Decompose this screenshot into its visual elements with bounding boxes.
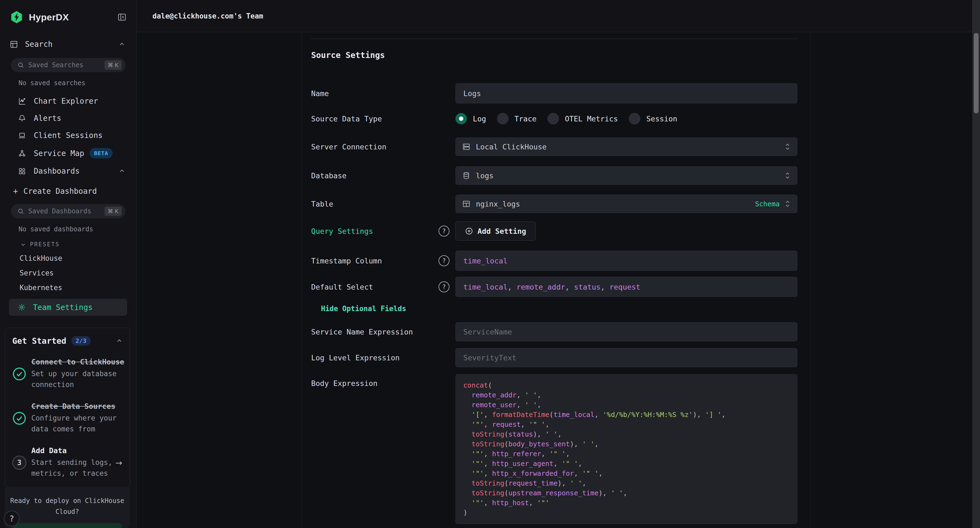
arrow-right-icon: → xyxy=(115,458,122,467)
radio-otel-metrics[interactable]: OTEL Metrics xyxy=(547,113,618,124)
laptop-icon xyxy=(18,132,26,140)
row-source-data-type: Source Data Type Log Trace OTEL Metri xyxy=(311,112,797,125)
row-server-connection: Server Connection Local ClickHouse xyxy=(311,137,797,156)
table-select[interactable]: nginx_logs Schema xyxy=(455,195,797,213)
row-log-level-expression: Log Level Expression xyxy=(311,348,797,367)
database-label: Database xyxy=(311,172,347,180)
row-body-expression: Body Expression concat( remote_addr, ' '… xyxy=(311,374,797,524)
help-button[interactable]: ? xyxy=(4,511,20,526)
saved-dashboards-input[interactable]: Saved Dashboards ⌘ K xyxy=(11,204,126,218)
radio-session[interactable]: Session xyxy=(629,113,677,124)
presets-header[interactable]: PRESETS xyxy=(20,241,136,248)
database-select[interactable]: logs xyxy=(455,166,797,185)
row-default-select: Default Select ? time_local, remote_addr… xyxy=(311,277,797,297)
scrollbar-track[interactable] xyxy=(972,0,980,528)
team-title: dale@clickhouse.com's Team xyxy=(153,12,263,20)
server-connection-select[interactable]: Local ClickHouse xyxy=(455,137,797,156)
create-dashboard-button[interactable]: + Create Dashboard xyxy=(13,186,126,196)
radio-log[interactable]: Log xyxy=(455,113,486,124)
default-select-input[interactable]: time_local, remote_addr, status, request xyxy=(455,277,797,297)
add-setting-button[interactable]: Add Setting xyxy=(455,221,536,240)
no-saved-dashboards-text: No saved dashboards xyxy=(19,225,136,233)
get-started-card: Get Started 2/3 Connect to ClickHouse Se… xyxy=(5,328,130,487)
row-timestamp-column: Timestamp Column ? time_local xyxy=(311,251,797,271)
clickhouse-cloud-promo: Ready to deploy on ClickHouse Cloud? Get… xyxy=(5,487,130,528)
name-input[interactable] xyxy=(455,83,797,103)
preset-clickhouse[interactable]: ClickHouse xyxy=(20,254,136,262)
get-started-step-connect[interactable]: Connect to ClickHouse Set up your databa… xyxy=(12,358,123,390)
magnifier-icon xyxy=(18,62,24,68)
chevron-updown-icon xyxy=(784,142,791,151)
brand-name: HyperDX xyxy=(29,12,117,22)
preset-services[interactable]: Services xyxy=(20,269,136,277)
chevron-up-icon[interactable] xyxy=(116,337,123,345)
log-level-expression-label: Log Level Expression xyxy=(311,353,399,362)
service-map-icon xyxy=(18,149,26,157)
timestamp-column-input[interactable]: time_local xyxy=(455,251,797,271)
hyperdx-logo-icon xyxy=(10,10,24,24)
search-section-icon xyxy=(10,40,18,48)
sidebar-item-service-map[interactable]: Service Map BETA xyxy=(18,148,126,158)
get-started-title: Get Started xyxy=(12,336,67,346)
chevron-updown-icon xyxy=(784,199,791,208)
saved-searches-input[interactable]: Saved Searches ⌘ K xyxy=(11,58,126,72)
check-circle-icon xyxy=(12,411,26,425)
timestamp-column-label: Timestamp Column xyxy=(311,257,382,265)
row-name: Name xyxy=(311,83,797,103)
magnifier-icon xyxy=(18,208,24,215)
radio-dot xyxy=(629,113,640,124)
row-database: Database logs xyxy=(311,166,797,185)
source-settings-form: Name Source Data Type Log xyxy=(302,83,810,524)
get-started-step-add-data[interactable]: 3 Add Data Start sending logs, metrics, … xyxy=(12,446,123,479)
get-started-step-sources[interactable]: Create Data Sources Configure where your… xyxy=(12,402,123,434)
sidebar-item-chart-explorer[interactable]: Chart Explorer xyxy=(18,97,126,106)
get-started-free-button[interactable]: Get Started for Free xyxy=(13,523,122,528)
chevron-up-icon[interactable] xyxy=(118,168,126,175)
schema-link[interactable]: Schema xyxy=(755,200,780,208)
body-expression-label: Body Expression xyxy=(311,379,377,388)
page-title: Source Settings xyxy=(311,50,810,60)
main-area: dale@clickhouse.com's Team Source Settin… xyxy=(137,0,980,528)
radio-dot xyxy=(547,113,559,124)
sidebar-item-client-sessions[interactable]: Client Sessions xyxy=(18,131,126,140)
service-name-expression-label: Service Name Expression xyxy=(311,328,413,336)
radio-dot xyxy=(497,113,509,124)
preset-kubernetes[interactable]: Kubernetes xyxy=(20,284,136,292)
radio-trace[interactable]: Trace xyxy=(497,113,536,124)
hide-optional-fields-button[interactable]: Hide Optional Fields xyxy=(321,305,406,313)
scrollbar-thumb[interactable] xyxy=(974,33,978,113)
sidebar-item-team-settings[interactable]: Team Settings xyxy=(9,299,127,316)
chevron-up-icon[interactable] xyxy=(118,41,126,48)
service-name-expression-input[interactable] xyxy=(455,322,797,341)
sidebar: HyperDX Search Saved Searches ⌘ K No xyxy=(0,0,137,528)
help-icon[interactable]: ? xyxy=(439,226,449,237)
chevron-down-icon xyxy=(20,242,26,247)
table-label: Table xyxy=(311,200,333,208)
bell-icon xyxy=(18,114,26,122)
topbar: dale@clickhouse.com's Team xyxy=(137,0,972,32)
shortcut-badge: ⌘ K xyxy=(105,207,122,216)
default-select-label: Default Select xyxy=(311,283,373,291)
help-icon[interactable]: ? xyxy=(439,281,449,292)
database-icon xyxy=(462,172,470,180)
sidebar-item-dashboards[interactable]: Dashboards xyxy=(18,167,126,175)
chevron-updown-icon xyxy=(784,171,791,180)
name-label: Name xyxy=(311,89,329,98)
sidebar-collapse-icon[interactable] xyxy=(117,13,127,22)
sidebar-section-search[interactable]: Search xyxy=(10,40,126,49)
help-icon[interactable]: ? xyxy=(439,255,449,266)
sidebar-item-alerts[interactable]: Alerts xyxy=(18,114,126,123)
shortcut-badge: ⌘ K xyxy=(105,60,122,70)
no-saved-searches-text: No saved searches xyxy=(19,79,136,87)
body-expression-code[interactable]: concat( remote_addr, ' ', remote_user, '… xyxy=(455,374,797,524)
check-circle-icon xyxy=(12,367,26,381)
circle-plus-icon xyxy=(465,227,473,235)
app-root: HyperDX Search Saved Searches ⌘ K No xyxy=(0,0,980,528)
plus-icon: + xyxy=(13,186,18,196)
log-level-expression-input[interactable] xyxy=(455,348,797,367)
radio-dot xyxy=(455,113,467,124)
chart-explorer-icon xyxy=(18,97,26,105)
row-service-name-expression: Service Name Expression xyxy=(311,322,797,341)
source-settings-panel: Source Settings Name Source Data Type xyxy=(302,32,811,528)
source-data-type-label: Source Data Type xyxy=(311,115,382,123)
